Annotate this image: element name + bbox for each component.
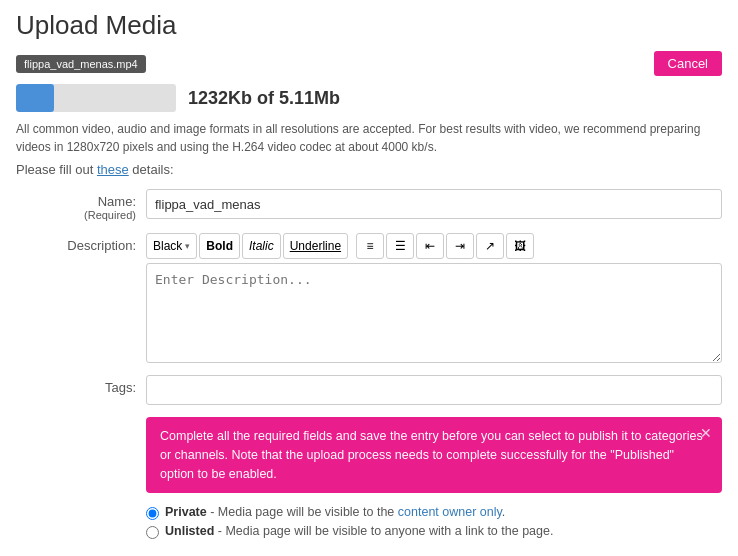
name-label: Name: (Required) bbox=[16, 189, 146, 221]
warning-text: Complete all the required fields and sav… bbox=[160, 429, 703, 481]
progress-bar-container bbox=[16, 84, 176, 112]
underline-button[interactable]: Underline bbox=[283, 233, 348, 259]
tags-input[interactable] bbox=[146, 375, 722, 405]
visibility-radio-group: Private - Media page will be visible to … bbox=[146, 505, 722, 539]
private-radio[interactable] bbox=[146, 507, 159, 520]
list-ordered-button[interactable]: ☰ bbox=[386, 233, 414, 259]
color-dropdown[interactable]: Black ▾ bbox=[146, 233, 197, 259]
name-input[interactable] bbox=[146, 189, 722, 219]
description-textarea[interactable] bbox=[146, 263, 722, 363]
page-title: Upload Media bbox=[16, 10, 722, 41]
color-label: Black bbox=[153, 239, 182, 253]
link-icon: ↗ bbox=[485, 239, 495, 253]
image-icon: 🖼 bbox=[514, 239, 526, 253]
description-column: Black ▾ Bold Italic Underline ≡ ☰ ⇤ ⇥ bbox=[146, 233, 722, 363]
top-bar: flippa_vad_menas.mp4 Cancel bbox=[16, 51, 722, 76]
description-label: Description: bbox=[16, 233, 146, 253]
tags-label: Tags: bbox=[16, 375, 146, 395]
bold-button[interactable]: Bold bbox=[199, 233, 240, 259]
private-option[interactable]: Private - Media page will be visible to … bbox=[146, 505, 722, 520]
list-unordered-icon: ≡ bbox=[367, 239, 374, 253]
description-toolbar: Black ▾ Bold Italic Underline ≡ ☰ ⇤ ⇥ bbox=[146, 233, 722, 259]
tags-field-row: Tags: bbox=[16, 375, 722, 405]
unlisted-option[interactable]: Unlisted - Media page will be visible to… bbox=[146, 524, 722, 539]
list-unordered-button[interactable]: ≡ bbox=[356, 233, 384, 259]
progress-text: 1232Kb of 5.11Mb bbox=[188, 88, 340, 109]
indent-left-icon: ⇤ bbox=[425, 239, 435, 253]
upload-progress-row: 1232Kb of 5.11Mb bbox=[16, 84, 722, 112]
unlisted-desc: Media page will be visible to anyone wit… bbox=[225, 524, 553, 538]
image-button[interactable]: 🖼 bbox=[506, 233, 534, 259]
list-ordered-icon: ☰ bbox=[395, 239, 406, 253]
cancel-button[interactable]: Cancel bbox=[654, 51, 722, 76]
info-text: All common video, audio and image format… bbox=[16, 120, 722, 156]
dropdown-caret: ▾ bbox=[185, 241, 190, 251]
fill-out-text: Please fill out these details: bbox=[16, 162, 722, 177]
unlisted-radio[interactable] bbox=[146, 526, 159, 539]
warning-close-button[interactable]: ✕ bbox=[700, 423, 712, 444]
description-field-row: Description: Black ▾ Bold Italic Underli… bbox=[16, 233, 722, 363]
warning-box: Complete all the required fields and sav… bbox=[146, 417, 722, 493]
indent-left-button[interactable]: ⇤ bbox=[416, 233, 444, 259]
progress-bar-fill bbox=[16, 84, 54, 112]
name-field-row: Name: (Required) bbox=[16, 189, 722, 221]
link-button[interactable]: ↗ bbox=[476, 233, 504, 259]
filename-badge: flippa_vad_menas.mp4 bbox=[16, 55, 146, 73]
italic-button[interactable]: Italic bbox=[242, 233, 281, 259]
indent-right-button[interactable]: ⇥ bbox=[446, 233, 474, 259]
private-desc: Media page will be visible to the conten… bbox=[218, 505, 505, 519]
indent-right-icon: ⇥ bbox=[455, 239, 465, 253]
